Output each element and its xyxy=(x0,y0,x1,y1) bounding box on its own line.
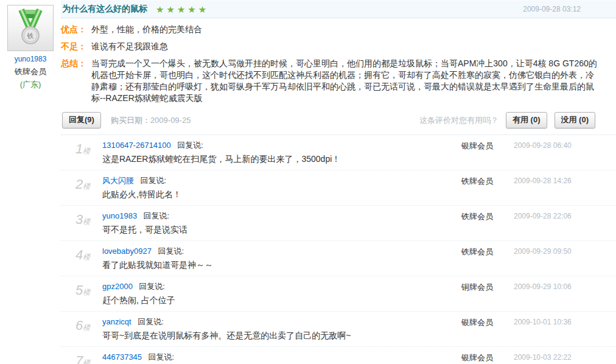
reply-says-label: 回复说: xyxy=(140,176,166,185)
reviewer-level: 铁牌会员 xyxy=(0,66,61,77)
floor-suffix: 楼 xyxy=(83,253,90,261)
review-content: 为什么有这么好的鼠标 ★★★★★ 2009-09-28 03:12 优点： 外型… xyxy=(61,0,616,364)
floor-suffix: 楼 xyxy=(83,323,90,332)
floor-number: 5 xyxy=(75,282,83,298)
reply-row: 3楼 yuno1983 回复说: 哥不是托，哥是说实话 铁牌会员 2009-09… xyxy=(61,206,616,241)
floor-suffix: 楼 xyxy=(83,182,90,191)
reply-username-link[interactable]: 446737345 xyxy=(102,352,142,362)
review-header: 为什么有这么好的鼠标 ★★★★★ 2009-09-28 03:12 xyxy=(61,0,616,18)
floor-marker: 4楼 xyxy=(75,248,102,262)
reply-says-label: 回复说: xyxy=(149,352,175,362)
reply-member-level: 银牌会员 xyxy=(461,352,500,363)
reply-head: 1310647-26714100 回复说: xyxy=(102,139,457,151)
cons-text: 谁说有不足我跟谁急 xyxy=(91,41,168,52)
star-icon: ★ xyxy=(198,4,209,15)
reply-content: 哥不是托，哥是说实话 xyxy=(102,225,457,235)
reply-username-link[interactable]: gpz2000 xyxy=(102,282,133,291)
floor-marker: 7楼 xyxy=(75,354,102,364)
replies-list: 1楼 1310647-26714100 回复说: 这是RAZER炼狱蝰蛇在扫尾货… xyxy=(61,135,616,364)
summary-label: 总结： xyxy=(61,58,91,104)
reply-date: 2009-09-28 06:40 xyxy=(514,141,592,150)
reply-head: yanzicqt 回复说: xyxy=(102,316,457,327)
reply-member-level: 铁牌会员 xyxy=(461,176,500,187)
reply-main: yuno1983 回复说: 哥不是托，哥是说实话 xyxy=(102,210,457,235)
star-icon: ★ xyxy=(166,4,177,15)
floor-number: 2 xyxy=(75,177,83,192)
reply-content: 看了此贴我就知道哥是神～～ xyxy=(102,260,457,270)
reply-username-link[interactable]: yanzicqt xyxy=(102,317,131,326)
floor-number: 1 xyxy=(75,141,83,156)
reply-date: 2009-09-28 22:06 xyxy=(514,212,592,220)
star-icon: ★ xyxy=(177,4,187,15)
reply-date: 2009-10-01 10:36 xyxy=(514,318,592,326)
floor-suffix: 楼 xyxy=(83,288,90,296)
review-actions: 回复(9) 购买日期：2009-09-25 这条评价对您有用吗？ 有用 (0) … xyxy=(61,112,616,135)
reply-main: 风大闪腰 回复说: 此贴必火,特留此名！ xyxy=(102,175,457,200)
reply-username-link[interactable]: 风大闪腰 xyxy=(102,176,134,185)
reply-head: 风大闪腰 回复说: xyxy=(102,175,457,186)
reviewer-username-link[interactable]: yuno1983 xyxy=(0,55,61,63)
review-date: 2009-09-28 03:12 xyxy=(523,5,581,13)
reply-says-label: 回复说: xyxy=(138,317,164,326)
review-page: 铁 yuno1983 铁牌会员 (广东) 为什么有这么好的鼠标 ★★★★★ 20… xyxy=(0,0,616,364)
star-icon: ★ xyxy=(156,4,166,15)
purchase-date-value: 2009-09-25 xyxy=(150,116,191,125)
reply-main: 1310647-26714100 回复说: 这是RAZER炼狱蝰蛇在扫尾货，马上… xyxy=(102,139,457,164)
reply-content: 这是RAZER炼狱蝰蛇在扫尾货，马上新的要出来了，3500dpi！ xyxy=(102,154,457,164)
reviewer-panel: 铁 yuno1983 铁牌会员 (广东) xyxy=(0,0,61,364)
floor-suffix: 楼 xyxy=(83,359,90,364)
reply-head: gpz2000 回复说: xyxy=(102,281,457,292)
avatar-badge-text: 铁 xyxy=(27,32,34,40)
reply-username-link[interactable]: lovebaby0927 xyxy=(102,247,152,256)
star-icon: ★ xyxy=(187,4,198,15)
reply-content: 此贴必火,特留此名！ xyxy=(102,189,457,200)
reply-button[interactable]: 回复(9) xyxy=(62,112,101,128)
reply-member-level: 铁牌会员 xyxy=(461,211,500,222)
floor-suffix: 楼 xyxy=(83,217,90,226)
helpful-button[interactable]: 有用 (0) xyxy=(506,112,547,128)
floor-number: 7 xyxy=(75,353,83,364)
unhelpful-button[interactable]: 没用 (0) xyxy=(555,112,596,128)
reply-main: lovebaby0927 回复说: 看了此贴我就知道哥是神～～ xyxy=(102,245,457,270)
reply-username-link[interactable]: yuno1983 xyxy=(102,211,137,220)
reply-main: gpz2000 回复说: 赶个热闹, 占个位子 xyxy=(102,281,457,306)
reply-says-label: 回复说: xyxy=(158,247,184,256)
reply-date: 2009-10-03 22:22 xyxy=(514,353,592,362)
reply-content: 赶个热闹, 占个位子 xyxy=(102,295,457,306)
reply-row: 2楼 风大闪腰 回复说: 此贴必火,特留此名！ 铁牌会员 2009-09-28 … xyxy=(61,170,616,206)
pros-row: 优点： 外型，性能，价格的完美结合 xyxy=(61,24,616,35)
floor-marker: 2楼 xyxy=(75,178,102,192)
floor-marker: 1楼 xyxy=(75,142,102,156)
cons-label: 不足： xyxy=(61,41,91,52)
reply-main: yanzicqt 回复说: 哥哥~到底是在说明鼠标有多神。还是无意的出卖了自己的… xyxy=(102,316,457,341)
reply-head: 446737345 回复说: xyxy=(102,351,457,363)
floor-number: 6 xyxy=(75,318,83,333)
reply-member-level: 银牌会员 xyxy=(461,317,500,328)
floor-marker: 5楼 xyxy=(75,284,102,298)
reply-row: 1楼 1310647-26714100 回复说: 这是RAZER炼狱蝰蛇在扫尾货… xyxy=(61,135,616,170)
reply-main: 446737345 回复说: 把鼠标写的如此神化，看来你德去看医生了。 xyxy=(102,351,457,364)
reply-member-level: 铁牌会员 xyxy=(461,247,500,257)
floor-marker: 3楼 xyxy=(75,213,102,227)
purchase-date: 购买日期：2009-09-25 xyxy=(111,115,191,126)
reply-row: 7楼 446737345 回复说: 把鼠标写的如此神化，看来你德去看医生了。 银… xyxy=(61,347,616,364)
cons-row: 不足： 谁说有不足我跟谁急 xyxy=(61,41,616,52)
floor-suffix: 楼 xyxy=(83,147,90,155)
purchase-date-label: 购买日期： xyxy=(111,116,150,125)
reply-date: 2009-09-29 09:50 xyxy=(514,247,592,256)
floor-number: 3 xyxy=(75,212,83,227)
helpful-question: 这条评价对您有用吗？ xyxy=(419,115,499,126)
reply-member-level: 铜牌会员 xyxy=(461,282,500,293)
reply-row: 4楼 lovebaby0927 回复说: 看了此贴我就知道哥是神～～ 铁牌会员 … xyxy=(61,241,616,276)
reply-username-link[interactable]: 1310647-26714100 xyxy=(102,141,171,150)
reply-date: 2009-09-29 10:06 xyxy=(514,282,592,291)
summary-text: 当哥完成一个又一个爆头，被无数人骂做开挂的时候，哥心里明白，他们用的都是垃圾鼠标… xyxy=(91,58,599,104)
reply-member-level: 银牌会员 xyxy=(461,141,500,152)
reply-head: lovebaby0927 回复说: xyxy=(102,245,457,257)
reply-head: yuno1983 回复说: xyxy=(102,210,457,222)
pros-label: 优点： xyxy=(61,24,91,35)
reply-says-label: 回复说: xyxy=(139,282,165,291)
rating-stars: ★★★★★ xyxy=(156,5,209,14)
reply-row: 6楼 yanzicqt 回复说: 哥哥~到底是在说明鼠标有多神。还是无意的出卖了… xyxy=(61,312,616,347)
floor-number: 4 xyxy=(75,247,83,262)
